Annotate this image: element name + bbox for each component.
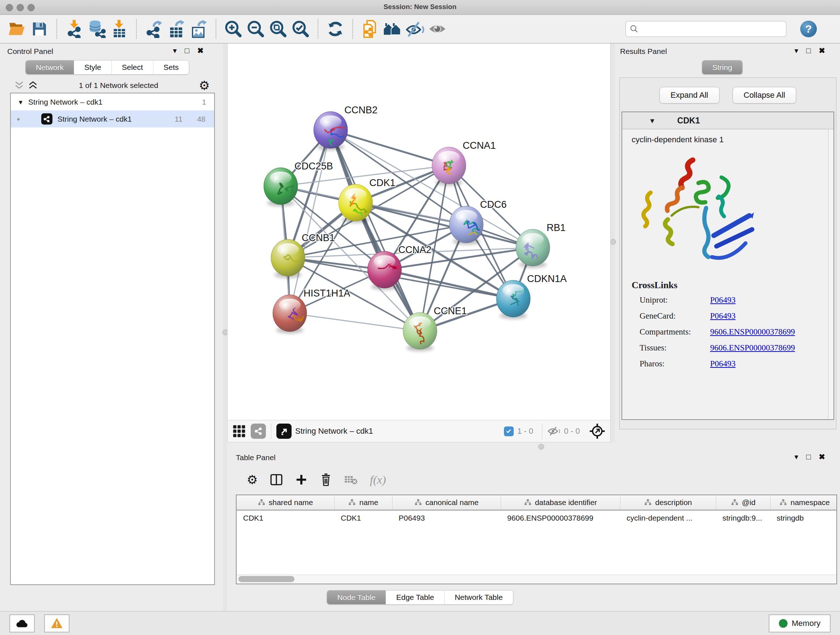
results-scrollbar[interactable] xyxy=(828,129,834,419)
entry-header[interactable]: ▾ CDK1 xyxy=(622,112,834,129)
network-node-CCNB2[interactable] xyxy=(314,111,349,150)
tab-network[interactable]: Network xyxy=(26,60,74,74)
crosslink-link[interactable]: 9606.ENSP00000378699 xyxy=(710,343,795,353)
network-node-CDC25B[interactable] xyxy=(264,168,298,206)
network-edge-CCNB2-CCNE1[interactable] xyxy=(331,130,420,331)
export-network-button[interactable] xyxy=(142,17,165,41)
duplicate-network-button[interactable] xyxy=(359,17,381,41)
crosshair-icon[interactable] xyxy=(589,423,605,439)
column-header-description[interactable]: description xyxy=(620,495,716,510)
network-node-CCNB1[interactable] xyxy=(271,239,305,278)
entry-disclosure-icon[interactable]: ▾ xyxy=(651,116,654,125)
horizontal-splitter[interactable] xyxy=(227,442,611,451)
tab-sets[interactable]: Sets xyxy=(153,60,189,74)
tab-node-table[interactable]: Node Table xyxy=(327,591,386,604)
network-edge-CCNE1-HIST1H1A[interactable] xyxy=(290,313,420,331)
right-splitter-handle[interactable] xyxy=(610,239,616,245)
left-splitter[interactable] xyxy=(223,43,227,611)
panel-menu-icon[interactable]: ▾ xyxy=(794,453,798,461)
hide-selected-button[interactable] xyxy=(404,17,426,41)
home-button[interactable] xyxy=(381,17,404,41)
network-graph[interactable]: CCNB2CCNA1CDC25BCDK1CDC6RB1CCNB1CCNA2CDK… xyxy=(227,43,610,419)
warning-status-button[interactable] xyxy=(44,614,69,632)
network-node-CCNA1[interactable] xyxy=(432,147,466,186)
table-cell[interactable]: CDK1 xyxy=(237,514,334,523)
network-options-gear-icon[interactable]: ⚙ xyxy=(199,79,210,92)
panel-float-icon[interactable]: □ xyxy=(806,453,811,461)
export-image-button[interactable] xyxy=(187,17,210,41)
crosslink-link[interactable]: P06493 xyxy=(710,359,736,369)
add-column-icon[interactable] xyxy=(295,473,308,486)
table-horizontal-scrollbar[interactable] xyxy=(237,575,836,584)
open-in-window-icon[interactable] xyxy=(276,424,292,439)
delete-column-icon[interactable] xyxy=(320,473,332,486)
collection-disclosure-icon[interactable]: ▾ xyxy=(19,98,22,106)
network-share-badge-icon[interactable] xyxy=(251,424,266,439)
import-table-button[interactable] xyxy=(108,17,130,41)
open-session-button[interactable] xyxy=(6,17,28,41)
crosslink-link[interactable]: P06493 xyxy=(710,295,736,305)
panel-menu-icon[interactable]: ▾ xyxy=(794,46,798,55)
selected-checkbox-icon[interactable] xyxy=(504,426,514,436)
zoom-fit-button[interactable] xyxy=(267,17,289,41)
expand-all-chevron-icon[interactable] xyxy=(14,81,25,90)
show-columns-icon[interactable] xyxy=(270,473,283,486)
expand-all-button[interactable]: Expand All xyxy=(660,87,720,103)
network-node-RB1[interactable] xyxy=(516,229,550,268)
show-all-button[interactable] xyxy=(426,17,448,41)
search-input[interactable] xyxy=(639,22,783,36)
collapse-all-button[interactable]: Collapse All xyxy=(733,87,797,103)
network-collection-row[interactable]: ▾ String Network – cdk1 1 xyxy=(11,93,214,111)
table-cell[interactable]: CDK1 xyxy=(334,514,392,523)
table-options-gear-icon[interactable]: ⚙ xyxy=(247,473,257,486)
table-row[interactable]: CDK1CDK1P064939606.ENSP00000378699cyclin… xyxy=(237,510,836,526)
column-header-database-identifier[interactable]: database identifier xyxy=(501,495,620,510)
right-splitter[interactable] xyxy=(611,43,615,442)
crosslink-link[interactable]: 9606.ENSP00000378699 xyxy=(710,327,795,337)
crosslink-link[interactable]: P06493 xyxy=(710,311,736,321)
table-cell[interactable]: P06493 xyxy=(392,514,501,523)
zoom-out-button[interactable] xyxy=(245,17,267,41)
network-node-HIST1H1A[interactable] xyxy=(273,295,307,333)
save-session-button[interactable] xyxy=(28,17,51,41)
network-edge-CCNB2-CCNA1[interactable] xyxy=(331,130,449,165)
network-row-selected[interactable]: ● String Network – cdk1 11 48 xyxy=(11,111,214,127)
table-cell[interactable]: cyclin-dependent ... xyxy=(620,514,716,523)
tab-style[interactable]: Style xyxy=(74,60,111,74)
zoom-selected-button[interactable] xyxy=(289,17,312,41)
import-network-button[interactable] xyxy=(63,17,85,41)
export-table-button[interactable] xyxy=(165,17,187,41)
memory-button[interactable]: Memory xyxy=(769,614,831,632)
column-header-shared-name[interactable]: shared name xyxy=(237,495,334,510)
panel-float-icon[interactable]: □ xyxy=(806,46,811,55)
refresh-layout-button[interactable] xyxy=(324,17,347,41)
zoom-in-button[interactable] xyxy=(222,17,245,41)
network-node-CDKN1A[interactable] xyxy=(496,280,531,319)
collapse-all-chevron-icon[interactable] xyxy=(27,81,38,90)
tab-network-table[interactable]: Network Table xyxy=(444,591,513,604)
network-node-CDK1[interactable] xyxy=(339,184,373,223)
column-header-namespace[interactable]: namespace xyxy=(770,495,837,510)
panel-close-icon[interactable]: ✖ xyxy=(197,46,204,55)
tab-edge-table[interactable]: Edge Table xyxy=(386,591,444,604)
panel-close-icon[interactable]: ✖ xyxy=(819,46,825,55)
column-header-name[interactable]: name xyxy=(334,495,392,510)
horizontal-splitter-handle[interactable] xyxy=(538,444,544,450)
column-header--id[interactable]: @id xyxy=(716,495,770,510)
network-node-CCNE1[interactable] xyxy=(403,312,437,351)
help-button[interactable]: ? xyxy=(800,21,817,37)
tab-select[interactable]: Select xyxy=(111,60,153,74)
cloud-status-button[interactable] xyxy=(9,614,35,632)
scrollbar-thumb[interactable] xyxy=(238,576,294,582)
table-cell[interactable]: stringdb xyxy=(770,514,837,523)
panel-close-icon[interactable]: ✖ xyxy=(819,453,825,461)
tab-string[interactable]: String xyxy=(702,60,742,74)
import-network-from-database-button[interactable] xyxy=(85,17,108,41)
panel-menu-icon[interactable]: ▾ xyxy=(173,46,177,55)
panel-float-icon[interactable]: □ xyxy=(185,46,189,55)
birdseye-grid-icon[interactable] xyxy=(233,424,246,438)
table-cell[interactable]: 9606.ENSP00000378699 xyxy=(501,514,620,523)
network-canvas[interactable]: CCNB2CCNA1CDC25BCDK1CDC6RB1CCNB1CCNA2CDK… xyxy=(227,43,611,420)
column-header-canonical-name[interactable]: canonical name xyxy=(392,495,501,510)
table-cell[interactable]: stringdb:9... xyxy=(716,514,770,523)
